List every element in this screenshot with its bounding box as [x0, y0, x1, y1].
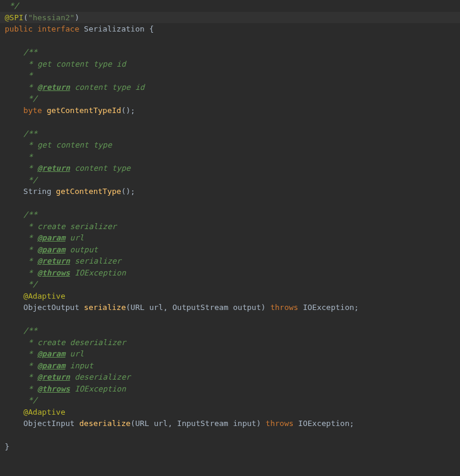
javadoc-return-tag: @return: [37, 372, 70, 381]
javadoc-star: *: [23, 349, 37, 358]
params: ): [256, 419, 266, 428]
code-line: * get content type: [5, 139, 460, 151]
javadoc-return-tag: @return: [37, 256, 70, 265]
code-line-empty: [5, 430, 460, 441]
semicolon: ;: [349, 419, 354, 428]
annotation-adaptive: @Adaptive: [23, 292, 65, 300]
code-line: * @return content type: [5, 162, 460, 174]
code-line: /**: [5, 46, 460, 58]
semicolon: ;: [354, 303, 359, 312]
params: (URL: [126, 303, 149, 312]
javadoc-text: url: [65, 233, 84, 242]
param-url: url: [149, 303, 163, 312]
code-line: */: [5, 394, 460, 406]
code-line: */: [5, 278, 460, 290]
brace: {: [149, 24, 154, 33]
code-line: * @return deserializer: [5, 371, 460, 383]
code-line-empty: [5, 35, 460, 47]
code-line: @Adaptive: [5, 406, 460, 418]
javadoc-text: input: [65, 361, 93, 370]
javadoc-star: *: [23, 233, 37, 242]
javadoc-star: *: [23, 361, 37, 370]
paren: ): [74, 13, 79, 22]
code-line: /**: [5, 325, 460, 337]
javadoc-text: url: [65, 349, 84, 358]
javadoc-close: */: [23, 280, 37, 289]
code-line: ObjectInput deserialize(URL url, InputSt…: [5, 418, 460, 430]
code-line-empty: [5, 314, 460, 325]
javadoc-param-tag: @param: [37, 349, 65, 358]
method-getContentType: getContentType: [51, 187, 121, 196]
params: ): [261, 303, 271, 312]
code-line: public interface Serialization {: [5, 23, 460, 35]
code-line: ObjectOutput serialize(URL url, OutputSt…: [5, 302, 460, 314]
type-objectinput: ObjectInput: [23, 419, 74, 428]
type-string: String: [23, 187, 51, 196]
keyword-throws: throws: [270, 303, 298, 312]
code-line: * @throws IOException: [5, 383, 460, 395]
code-line: /**: [5, 209, 460, 221]
javadoc-close: */: [23, 176, 37, 184]
javadoc-text: deserializer: [70, 372, 131, 381]
javadoc-param-tag: @param: [37, 361, 65, 370]
code-line-empty: [5, 198, 460, 209]
code-line: }: [5, 441, 460, 453]
code-line: * @throws IOException: [5, 267, 460, 279]
type-ioexception: IOException: [293, 419, 349, 428]
javadoc-return-tag: @return: [37, 83, 70, 92]
javadoc-text: IOException: [70, 268, 126, 277]
javadoc-star: *: [23, 164, 37, 173]
code-editor[interactable]: */ @SPI("hessian2") public interface Ser…: [0, 0, 460, 453]
javadoc-close: */: [23, 396, 37, 405]
javadoc-end: */: [5, 1, 18, 10]
javadoc-text: * create deserializer: [23, 338, 126, 347]
param-input: input: [233, 419, 256, 428]
code-line: */: [5, 174, 460, 186]
keyword-throws: throws: [265, 419, 293, 428]
code-line-empty: [5, 116, 460, 128]
javadoc-text: IOException: [70, 384, 126, 393]
method-getContentTypeId: getContentTypeId: [42, 106, 121, 115]
keyword-public: public: [5, 24, 33, 33]
javadoc-throws-tag: @throws: [37, 384, 70, 393]
code-line: *: [5, 151, 460, 163]
code-line: * @param url: [5, 232, 460, 244]
code-line: @Adaptive: [5, 290, 460, 302]
javadoc-star: *: [23, 384, 37, 393]
code-line: /**: [5, 128, 460, 140]
method-serialize: serialize: [79, 303, 126, 312]
code-line: * @param output: [5, 244, 460, 256]
javadoc-text: * get content type id: [23, 60, 126, 68]
javadoc-param-tag: @param: [37, 233, 65, 242]
javadoc-text: * create serializer: [23, 222, 117, 231]
params: (URL: [130, 419, 154, 428]
javadoc-text: output: [65, 245, 98, 254]
code-line: * @return serializer: [5, 255, 460, 267]
paren: (: [23, 13, 28, 22]
keyword-interface: interface: [33, 24, 79, 33]
javadoc-open: /**: [23, 210, 37, 219]
string-literal: "hessian2": [28, 13, 74, 22]
method-deserialize: deserialize: [74, 419, 130, 428]
javadoc-return-tag: @return: [37, 164, 70, 173]
javadoc-star: *: [23, 71, 33, 80]
code-line: * get content type id: [5, 58, 460, 70]
annotation-spi: @SPI: [5, 13, 23, 22]
javadoc-open: /**: [23, 326, 37, 335]
code-line: */: [5, 0, 460, 12]
code-line: * create deserializer: [5, 337, 460, 349]
javadoc-star: *: [23, 256, 37, 265]
annotation-adaptive: @Adaptive: [23, 408, 65, 416]
params: , InputStream: [168, 419, 233, 428]
parens: ();: [121, 106, 135, 115]
javadoc-star: *: [23, 372, 37, 381]
javadoc-param-tag: @param: [37, 245, 65, 254]
param-url: url: [154, 419, 167, 428]
javadoc-star: *: [23, 83, 37, 92]
code-line: *: [5, 70, 460, 82]
type-ioexception: IOException: [298, 303, 354, 312]
type-objectoutput: ObjectOutput: [23, 303, 79, 312]
javadoc-open: /**: [23, 48, 37, 57]
code-line: * create serializer: [5, 221, 460, 233]
code-line: * @param input: [5, 360, 460, 372]
